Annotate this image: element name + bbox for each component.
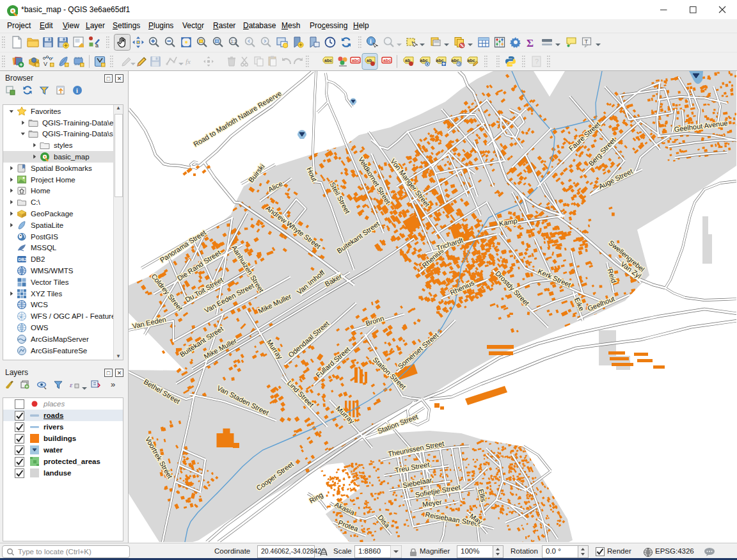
svg-text:i: i [370, 38, 372, 45]
svg-text:Road to Marloth Nature Reserve: Road to Marloth Nature Reserve [192, 90, 283, 148]
svg-text:abc: abc [383, 58, 391, 63]
svg-text:ε: ε [70, 381, 73, 388]
svg-text:1:1: 1:1 [231, 39, 237, 44]
svg-text:Σ: Σ [527, 37, 534, 49]
svg-text:abc: abc [352, 58, 360, 63]
svg-text:»: » [111, 380, 115, 389]
svg-text:V: V [44, 61, 47, 67]
svg-text:ab: ab [367, 58, 372, 63]
svg-text:ab: ab [405, 58, 410, 63]
svg-text:a: a [95, 42, 99, 49]
svg-text:?: ? [535, 58, 539, 65]
svg-text:V: V [20, 315, 22, 319]
svg-text:fx: fx [186, 58, 191, 65]
svg-text:DB2: DB2 [19, 257, 27, 262]
svg-text:i: i [76, 87, 78, 94]
svg-text:T: T [585, 38, 589, 45]
svg-text:abc: abc [468, 58, 475, 63]
svg-text:abc: abc [324, 58, 332, 63]
